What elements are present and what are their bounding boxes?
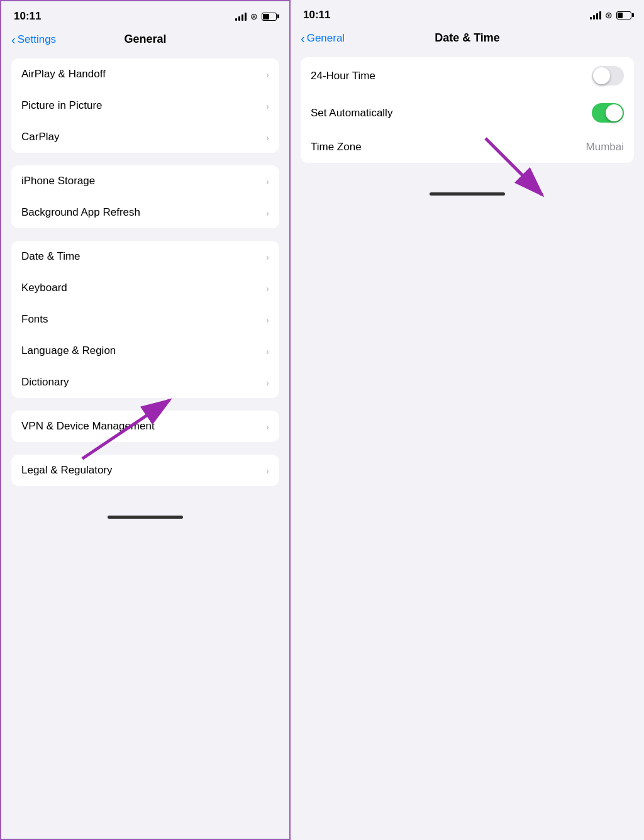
row-vpn[interactable]: VPN & Device Management › [11,411,279,442]
status-bar-right: 10:11 ⊛ [291,0,644,26]
row-label-language: Language & Region [21,345,116,357]
row-legal[interactable]: Legal & Regulatory › [11,455,279,486]
nav-header-right: ‹ General Date & Time [291,26,644,52]
chevron-pip: › [266,101,269,111]
app-wrapper: 10:11 ⊛ ‹ Settings General [0,0,644,840]
status-icons-left: ⊛ [235,11,277,21]
chevron-legal: › [266,465,269,476]
row-timezone[interactable]: Time Zone Mumbai [301,131,634,163]
back-label-left: Settings [18,33,56,46]
row-label-pip: Picture in Picture [21,99,103,112]
chevron-storage: › [266,176,269,187]
row-24hour[interactable]: 24-Hour Time [301,57,634,94]
chevron-dictionary: › [266,377,269,388]
row-label-datetime: Date & Time [21,250,80,263]
chevron-airplay: › [266,69,269,80]
row-label-bgrefresh: Background App Refresh [21,206,140,219]
time-right: 10:11 [303,9,330,21]
row-storage[interactable]: iPhone Storage › [11,165,279,197]
left-panel: 10:11 ⊛ ‹ Settings General [0,0,291,840]
row-airplay[interactable]: AirPlay & Handoff › [11,58,279,90]
wifi-icon: ⊛ [250,11,258,21]
battery-icon [262,13,277,21]
right-panel: 10:11 ⊛ ‹ General Date & Time [291,0,644,840]
row-carplay[interactable]: CarPlay › [11,121,279,153]
row-keyboard[interactable]: Keyboard › [11,272,279,304]
content-right: 24-Hour Time Set Automatically Time Zone [291,52,644,180]
row-label-24hour: 24-Hour Time [311,70,375,82]
back-button-right[interactable]: ‹ General [301,32,345,45]
row-pip[interactable]: Picture in Picture › [11,90,279,121]
signal-icon-right [590,11,601,19]
nav-title-right: Date & Time [435,31,500,45]
chevron-back-icon-right: ‹ [301,32,305,45]
content-left: AirPlay & Handoff › Picture in Picture ›… [1,53,289,504]
chevron-vpn: › [266,421,269,432]
home-bar-left [108,516,183,519]
row-label-airplay: AirPlay & Handoff [21,68,106,80]
home-indicator-left [1,504,289,522]
settings-group-4: VPN & Device Management › [11,411,279,442]
chevron-datetime: › [266,251,269,262]
row-language[interactable]: Language & Region › [11,335,279,367]
nav-title-left: General [124,33,166,46]
home-bar-right [430,192,505,196]
chevron-fonts: › [266,314,269,325]
toggle-setauto[interactable] [592,103,624,123]
row-label-storage: iPhone Storage [21,175,95,187]
chevron-back-icon-left: ‹ [11,33,16,46]
row-right-timezone: Mumbai [586,141,624,153]
toggle-knob-setauto [606,104,623,121]
row-label-vpn: VPN & Device Management [21,420,155,433]
row-dictionary[interactable]: Dictionary › [11,367,279,398]
settings-group-5: Legal & Regulatory › [11,455,279,486]
nav-header-left: ‹ Settings General [1,28,289,53]
settings-group-1: AirPlay & Handoff › Picture in Picture ›… [11,58,279,153]
status-bar-left: 10:11 ⊛ [1,1,289,28]
row-label-dictionary: Dictionary [21,376,69,389]
row-label-timezone: Time Zone [311,141,362,153]
row-label-legal: Legal & Regulatory [21,464,113,477]
row-setauto[interactable]: Set Automatically [301,94,634,131]
toggle-knob-24hour [593,67,610,84]
settings-group-2: iPhone Storage › Background App Refresh … [11,165,279,228]
home-indicator-right [291,180,644,199]
status-icons-right: ⊛ [590,10,631,20]
row-bgrefresh[interactable]: Background App Refresh › [11,197,279,228]
toggle-24hour[interactable] [592,66,624,86]
chevron-keyboard: › [266,283,269,294]
back-button-left[interactable]: ‹ Settings [11,33,56,46]
settings-group-datetime: 24-Hour Time Set Automatically Time Zone [301,57,634,163]
back-label-right: General [307,32,345,45]
chevron-carplay: › [266,132,269,143]
row-label-setauto: Set Automatically [311,107,392,119]
wifi-icon-right: ⊛ [605,10,613,20]
row-datetime[interactable]: Date & Time › [11,241,279,272]
row-label-keyboard: Keyboard [21,282,67,294]
chevron-language: › [266,346,269,356]
signal-icon [235,12,247,21]
row-label-carplay: CarPlay [21,131,59,143]
timezone-value: Mumbai [586,141,624,153]
row-label-fonts: Fonts [21,313,48,326]
battery-icon-right [616,11,631,19]
time-left: 10:11 [14,10,41,23]
row-fonts[interactable]: Fonts › [11,304,279,335]
chevron-bgrefresh: › [266,207,269,218]
settings-group-3: Date & Time › Keyboard › Fonts › Languag… [11,241,279,398]
